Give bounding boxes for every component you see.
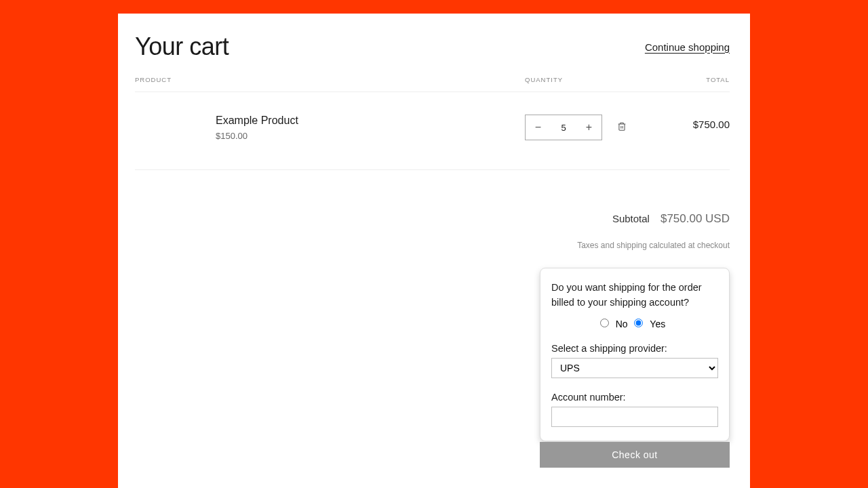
subtotal-value: $750.00 USD bbox=[660, 212, 730, 226]
radio-no-label[interactable]: No bbox=[616, 319, 628, 329]
cart-summary: Subtotal $750.00 USD Taxes and shipping … bbox=[135, 212, 730, 250]
shipping-provider-select[interactable]: UPS bbox=[551, 358, 718, 378]
subtotal-label: Subtotal bbox=[612, 213, 650, 224]
continue-shopping-link[interactable]: Continue shopping bbox=[645, 41, 730, 53]
shipping-radio-group: No Yes bbox=[551, 319, 718, 329]
trash-icon[interactable] bbox=[617, 121, 627, 134]
cart-page: Your cart Continue shopping PRODUCT QUAN… bbox=[118, 14, 750, 488]
col-product: PRODUCT bbox=[135, 76, 525, 83]
page-title: Your cart bbox=[135, 33, 229, 61]
cart-line-item: Example Product $150.00 − 5 + $750.00 bbox=[135, 92, 730, 170]
decrease-qty-button[interactable]: − bbox=[526, 115, 551, 140]
radio-yes-label[interactable]: Yes bbox=[650, 319, 665, 329]
account-number-input[interactable] bbox=[551, 407, 718, 427]
quantity-controls: − 5 + bbox=[525, 115, 627, 140]
checkout-button[interactable]: Check out bbox=[540, 442, 730, 468]
product-info: Example Product $150.00 bbox=[135, 115, 525, 141]
cart-header: Your cart Continue shopping bbox=[135, 33, 730, 61]
product-name: Example Product bbox=[216, 115, 525, 127]
tax-shipping-note: Taxes and shipping calculated at checkou… bbox=[135, 241, 730, 250]
quantity-stepper: − 5 + bbox=[525, 115, 602, 140]
provider-label: Select a shipping provider: bbox=[551, 343, 718, 354]
line-total: $750.00 bbox=[627, 115, 730, 130]
col-quantity: QUANTITY bbox=[525, 76, 627, 83]
increase-qty-button[interactable]: + bbox=[576, 115, 601, 140]
quantity-value[interactable]: 5 bbox=[551, 123, 576, 133]
col-total: TOTAL bbox=[627, 76, 730, 83]
cart-table-header: PRODUCT QUANTITY TOTAL bbox=[135, 76, 730, 92]
shipping-account-panel: Do you want shipping for the order bille… bbox=[540, 268, 730, 441]
shipping-question: Do you want shipping for the order bille… bbox=[551, 280, 718, 310]
product-unit-price: $150.00 bbox=[216, 131, 525, 141]
radio-yes[interactable] bbox=[634, 319, 643, 327]
account-number-label: Account number: bbox=[551, 392, 718, 403]
radio-no[interactable] bbox=[600, 319, 609, 327]
